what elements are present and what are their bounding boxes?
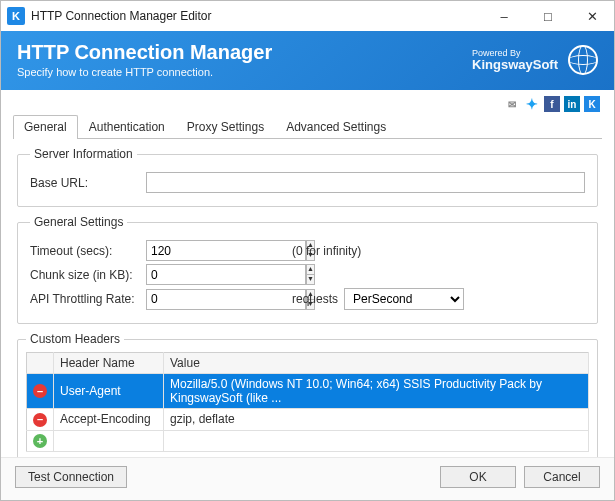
add-row-icon[interactable]: +	[33, 434, 47, 448]
throttle-label: API Throttling Rate:	[30, 292, 140, 306]
powered-by: Powered By KingswaySoft	[472, 49, 558, 71]
tab-general[interactable]: General	[13, 115, 78, 139]
tab-proxy-settings[interactable]: Proxy Settings	[176, 115, 275, 139]
header-name-cell[interactable]: Accept-Encoding	[54, 409, 164, 431]
base-url-label: Base URL:	[30, 176, 140, 190]
ok-button[interactable]: OK	[440, 466, 516, 488]
header-name-col: Header Name	[54, 353, 164, 374]
server-information-legend: Server Information	[30, 147, 137, 161]
delete-row-icon[interactable]: –	[33, 384, 47, 398]
timeout-hint: (0 for infinity)	[292, 244, 361, 258]
header-banner: HTTP Connection Manager Specify how to c…	[1, 31, 614, 90]
timeout-input[interactable]	[146, 240, 306, 261]
header-value-cell[interactable]: gzip, deflate	[164, 409, 589, 431]
kingswaysoft-icon[interactable]: K	[584, 96, 600, 112]
header-name-cell[interactable]: User-Agent	[54, 374, 164, 409]
custom-headers-legend: Custom Headers	[26, 332, 124, 346]
header-value-col: Value	[164, 353, 589, 374]
globe-icon	[568, 45, 598, 75]
throttle-input[interactable]	[146, 289, 306, 310]
minimize-button[interactable]: –	[482, 1, 526, 31]
server-information-group: Server Information Base URL:	[17, 147, 598, 207]
facebook-icon[interactable]: f	[544, 96, 560, 112]
window-title: HTTP Connection Manager Editor	[31, 9, 482, 23]
maximize-button[interactable]: □	[526, 1, 570, 31]
header-subtitle: Specify how to create HTTP connection.	[17, 66, 472, 78]
mail-icon[interactable]: ✉	[504, 96, 520, 112]
header-title: HTTP Connection Manager	[17, 41, 472, 64]
app-icon: K	[7, 7, 25, 25]
chunk-size-label: Chunk size (in KB):	[30, 268, 140, 282]
general-settings-group: General Settings Timeout (secs): ▲▼ (0 f…	[17, 215, 598, 324]
row-action-col	[27, 353, 54, 374]
delete-row-icon[interactable]: –	[33, 413, 47, 427]
tab-strip: General Authentication Proxy Settings Ad…	[13, 114, 602, 139]
table-row[interactable]: – Accept-Encoding gzip, deflate	[27, 409, 589, 431]
add-row[interactable]: +	[27, 430, 589, 452]
tab-authentication[interactable]: Authentication	[78, 115, 176, 139]
cancel-button[interactable]: Cancel	[524, 466, 600, 488]
table-row[interactable]: – User-Agent Mozilla/5.0 (Windows NT 10.…	[27, 374, 589, 409]
tab-advanced-settings[interactable]: Advanced Settings	[275, 115, 397, 139]
timeout-label: Timeout (secs):	[30, 244, 140, 258]
base-url-input[interactable]	[146, 172, 585, 193]
header-value-cell[interactable]: Mozilla/5.0 (Windows NT 10.0; Win64; x64…	[164, 374, 589, 409]
chunk-size-stepper[interactable]: ▲▼	[306, 264, 315, 285]
twitter-icon[interactable]: ✦	[524, 96, 540, 112]
headers-table: Header Name Value – User-Agent Mozilla/5…	[26, 352, 589, 452]
throttle-unit-label: requests	[292, 292, 338, 306]
throttle-period-select[interactable]: PerSecond	[344, 288, 464, 310]
test-connection-button[interactable]: Test Connection	[15, 466, 127, 488]
general-settings-legend: General Settings	[30, 215, 127, 229]
close-button[interactable]: ✕	[570, 1, 614, 31]
chunk-size-input[interactable]	[146, 264, 306, 285]
linkedin-icon[interactable]: in	[564, 96, 580, 112]
custom-headers-group: Custom Headers Header Name Value – User-…	[17, 332, 598, 457]
